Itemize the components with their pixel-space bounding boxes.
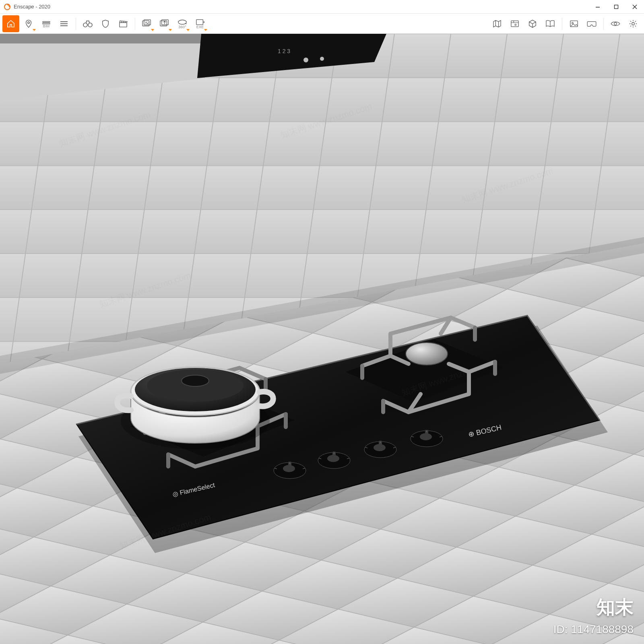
chevron-down-icon (169, 29, 172, 31)
map-pin-icon (24, 19, 33, 28)
chevron-down-icon (151, 29, 154, 31)
toolbar-left: BIM (2, 15, 208, 32)
binoculars-button[interactable] (79, 15, 96, 32)
bim-label: BIM (43, 24, 50, 28)
scene-render: 1 2 3 (0, 34, 644, 644)
batch-render-button[interactable] (138, 15, 155, 32)
asset-library-button[interactable] (506, 15, 523, 32)
open-book-icon (545, 20, 555, 28)
svg-point-35 (406, 343, 448, 365)
close-button[interactable] (625, 0, 644, 14)
svg-point-7 (88, 23, 92, 27)
minimize-button[interactable] (588, 0, 607, 14)
svg-rect-2 (615, 5, 618, 8)
presentation-button[interactable] (97, 15, 114, 32)
image-icon (570, 20, 578, 28)
maximize-button[interactable] (607, 0, 625, 14)
svg-rect-12 (162, 19, 169, 25)
svg-rect-4 (43, 21, 50, 23)
bim-button[interactable]: BIM (38, 15, 55, 32)
svg-point-29 (303, 58, 308, 62)
enscape-logo-icon (4, 4, 10, 10)
svg-point-18 (572, 22, 574, 24)
toolbar-separator (603, 18, 604, 30)
svg-point-41 (182, 375, 209, 386)
video-button[interactable] (115, 15, 132, 32)
window-controls (588, 0, 644, 13)
app-window: Enscape - 2020 BIM (0, 0, 644, 644)
settings-button[interactable] (625, 15, 642, 32)
gear-icon (629, 19, 638, 28)
toolbar-separator (135, 18, 135, 30)
pano-360-button[interactable]: 360° (174, 15, 191, 32)
batch-upload-button[interactable] (156, 15, 173, 32)
shield-icon (101, 19, 110, 28)
vr-headset-icon (587, 20, 597, 27)
vr-button[interactable] (583, 15, 600, 32)
svg-point-30 (320, 57, 324, 61)
titlebar: Enscape - 2020 (0, 0, 644, 14)
svg-rect-11 (160, 21, 167, 26)
map-button[interactable] (489, 15, 506, 32)
binoculars-icon (83, 20, 93, 28)
book-button[interactable] (542, 15, 559, 32)
batch-upload-icon (160, 19, 169, 28)
toolbar: BIM (0, 14, 644, 34)
toolbar-separator (76, 18, 76, 30)
cube-button[interactable] (524, 15, 541, 32)
chevron-down-icon (186, 29, 190, 31)
chevron-down-icon (33, 29, 36, 31)
chevron-down-icon (204, 29, 207, 31)
home-icon (6, 19, 15, 28)
svg-point-16 (515, 24, 516, 25)
svg-point-3 (28, 21, 30, 23)
visual-settings-button[interactable] (607, 15, 624, 32)
window-title: Enscape - 2020 (14, 4, 50, 10)
svg-rect-15 (511, 21, 518, 27)
pano-label: 360° (178, 25, 186, 29)
map-icon (493, 20, 502, 28)
svg-point-20 (632, 22, 634, 25)
menu-button[interactable] (56, 15, 72, 32)
svg-point-19 (614, 22, 617, 25)
svg-point-13 (178, 20, 186, 24)
cooking-pot (117, 367, 273, 449)
image-button[interactable] (566, 15, 582, 32)
svg-rect-14 (196, 19, 203, 25)
exe-label: EXE (196, 25, 204, 29)
svg-point-6 (83, 23, 87, 27)
clapperboard-icon (119, 20, 128, 28)
asset-library-icon (510, 20, 519, 28)
svg-rect-9 (142, 21, 149, 26)
hamburger-icon (60, 21, 68, 26)
svg-rect-1 (596, 7, 600, 8)
svg-rect-8 (120, 23, 127, 27)
toolbar-right (489, 15, 642, 32)
export-exe-button[interactable]: EXE (192, 15, 208, 32)
svg-text:1   2   3: 1 2 3 (278, 48, 290, 54)
render-viewport[interactable]: ▾ (0, 34, 644, 644)
toolbar-separator (562, 18, 562, 30)
home-button[interactable] (2, 15, 19, 32)
batch-render-icon (142, 19, 152, 28)
eye-icon (611, 20, 620, 27)
titlebar-left: Enscape - 2020 (4, 4, 50, 10)
favorite-view-button[interactable] (20, 15, 37, 32)
cube-icon (528, 19, 537, 28)
